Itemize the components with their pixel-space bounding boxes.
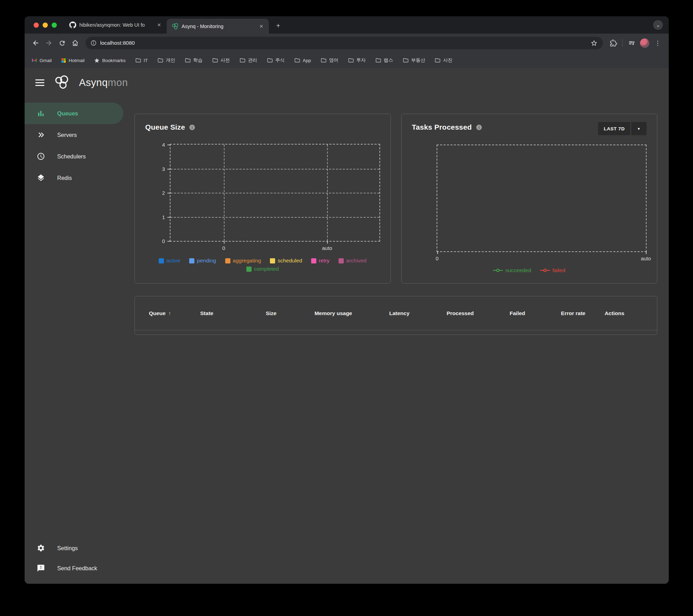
sidebar-item-send-feedback[interactable]: Send Feedback	[25, 558, 123, 578]
column-header-error-rate[interactable]: Error rate	[561, 310, 605, 316]
range-label[interactable]: LAST 7D	[598, 122, 631, 135]
url-text[interactable]: localhost:8080	[100, 40, 584, 46]
bookmark-hotmail[interactable]: Hotmail	[61, 58, 85, 63]
legend-item-pending: pending	[189, 258, 216, 264]
sidebar-item-queues[interactable]: Queues	[25, 103, 123, 124]
tab-title: hibiken/asynqmon: Web UI fo	[79, 22, 152, 28]
legend-item-archived: archived	[339, 258, 367, 264]
bookmark-folder-photos[interactable]: 사진	[435, 57, 453, 63]
minimize-window-button[interactable]	[43, 23, 48, 28]
queues-table-card: Queue↑ State Size Memory usage Latency P…	[134, 296, 657, 335]
bookmark-gmail[interactable]: Gmail	[32, 58, 52, 63]
column-header-latency[interactable]: Latency	[389, 310, 447, 316]
bookmark-folder-admin[interactable]: 관리	[239, 57, 257, 63]
queue-size-card: Queue Size	[134, 114, 391, 284]
legend-item-succeeded: succeeded	[493, 267, 531, 274]
new-tab-button[interactable]: +	[273, 20, 283, 31]
double-arrow-icon	[37, 131, 45, 139]
feedback-icon	[37, 564, 45, 572]
range-select-button[interactable]: LAST 7D ▼	[598, 122, 647, 135]
info-icon[interactable]	[189, 124, 195, 131]
y-axis-tick: 2	[162, 190, 165, 196]
folder-icon	[212, 57, 218, 63]
bookmark-star-icon[interactable]	[588, 37, 600, 49]
zoom-window-button[interactable]	[52, 23, 57, 28]
bookmark-folder-english[interactable]: 영어	[321, 57, 339, 63]
legend-item-aggregating: aggregating	[225, 258, 261, 264]
column-header-state[interactable]: State	[200, 310, 266, 316]
bookmark-folder-dictionary[interactable]: 사전	[212, 57, 230, 63]
github-icon	[69, 21, 76, 28]
tab-title: Asynq - Monitoring	[182, 24, 255, 29]
tasks-legend: succeeded failed	[412, 267, 647, 274]
star-icon	[94, 58, 100, 63]
sidebar-item-settings[interactable]: Settings	[25, 538, 123, 558]
column-header-queue[interactable]: Queue↑	[149, 310, 200, 316]
line-marker-icon	[540, 268, 550, 272]
clock-icon	[37, 152, 45, 160]
reload-icon[interactable]	[56, 37, 68, 49]
site-info-icon[interactable]	[90, 40, 97, 46]
bookmark-folder-stocks[interactable]: 주식	[267, 57, 285, 63]
folder-icon	[294, 57, 300, 63]
y-axis-tick: 4	[162, 142, 165, 148]
queue-size-chart: 4 3 2 1 0 0 auto	[170, 144, 380, 242]
legend-item-active: active	[159, 258, 181, 264]
sidebar-item-label: Send Feedback	[57, 565, 97, 572]
asynqmon-app: Asynqmon Queues Servers	[25, 68, 669, 584]
browser-menu-icon[interactable]: ⋮	[651, 37, 664, 49]
profile-avatar[interactable]	[640, 38, 649, 48]
toolbar-divider	[622, 39, 623, 47]
media-controls-icon[interactable]	[625, 37, 638, 49]
column-header-size[interactable]: Size	[266, 310, 315, 316]
sidebar-item-schedulers[interactable]: Schedulers	[25, 146, 123, 167]
browser-toolbar: localhost:8080 ⋮	[25, 34, 669, 52]
back-icon[interactable]	[29, 37, 42, 49]
card-title: Tasks Processed	[412, 123, 472, 131]
extensions-icon[interactable]	[607, 37, 620, 49]
sidebar-item-redis[interactable]: Redis	[25, 167, 123, 189]
legend-item-completed: completed	[246, 266, 279, 272]
column-header-memory-usage[interactable]: Memory usage	[315, 310, 389, 316]
info-icon[interactable]	[476, 124, 482, 131]
bookmark-folder-invest[interactable]: 투자	[348, 57, 366, 63]
bookmark-folder-labs[interactable]: 랩스	[375, 57, 393, 63]
browser-window: hibiken/asynqmon: Web UI fo ✕ Asynq - Mo…	[25, 16, 669, 584]
table-header-row: Queue↑ State Size Memory usage Latency P…	[135, 296, 657, 330]
tab-title-fade	[143, 22, 152, 28]
forward-icon[interactable]	[43, 37, 55, 49]
x-axis-tick: auto	[641, 255, 651, 261]
caret-down-icon[interactable]: ▼	[631, 122, 647, 135]
tab-asynq-monitoring[interactable]: Asynq - Monitoring ✕	[167, 19, 269, 34]
bookmark-folder-it[interactable]: IT	[135, 57, 148, 63]
close-window-button[interactable]	[34, 23, 39, 28]
line-marker-icon	[493, 268, 503, 272]
column-header-processed[interactable]: Processed	[447, 310, 510, 316]
tab-search-button[interactable]: ⌄	[653, 20, 663, 30]
bookmark-folder-app[interactable]: App	[294, 57, 311, 63]
address-bar[interactable]: localhost:8080	[86, 37, 603, 49]
asynqmon-logo-icon	[54, 75, 70, 90]
app-title: Asynqmon	[79, 77, 113, 88]
bookmark-bookmarks[interactable]: Bookmarks	[94, 58, 126, 63]
bookmark-folder-personal[interactable]: 개인	[157, 57, 175, 63]
tab-github[interactable]: hibiken/asynqmon: Web UI fo ✕	[64, 16, 167, 34]
sidebar-item-label: Queues	[57, 110, 78, 117]
x-axis-tick: 0	[436, 255, 438, 261]
y-axis-tick: 1	[162, 214, 165, 220]
tasks-processed-chart: 0 auto	[437, 145, 647, 252]
sort-ascending-icon[interactable]: ↑	[168, 310, 171, 316]
bookmark-folder-realestate[interactable]: 부동산	[403, 57, 426, 63]
close-tab-icon[interactable]: ✕	[258, 23, 265, 30]
home-icon[interactable]	[69, 37, 81, 49]
column-header-failed[interactable]: Failed	[510, 310, 561, 316]
bookmark-folder-study[interactable]: 학습	[185, 57, 203, 63]
card-title: Queue Size	[145, 123, 185, 131]
sidebar-item-servers[interactable]: Servers	[25, 124, 123, 146]
menu-hamburger-icon[interactable]	[35, 79, 44, 86]
queue-size-legend: active pending aggregating scheduled ret…	[145, 258, 380, 264]
folder-icon	[185, 57, 191, 63]
close-tab-icon[interactable]: ✕	[156, 21, 163, 28]
sidebar-item-label: Settings	[57, 545, 78, 552]
queue-size-legend-row2: completed	[145, 266, 380, 272]
